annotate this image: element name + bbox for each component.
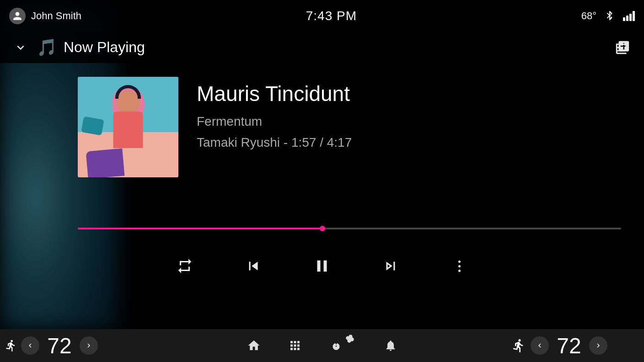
home-button[interactable]	[247, 339, 261, 352]
main-content: Mauris Tincidunt Fermentum Tamaki Ryushi…	[0, 63, 644, 218]
climate-right: 72	[511, 333, 639, 358]
user-avatar-icon	[9, 8, 26, 24]
collapse-button[interactable]	[14, 41, 27, 54]
progress-bar-fill	[78, 228, 322, 229]
status-left: John Smith	[9, 8, 81, 24]
progress-indicator	[320, 226, 325, 231]
temperature-display: 68°	[581, 10, 596, 22]
left-seat-heat-icon	[5, 339, 17, 352]
progress-bar-background[interactable]	[78, 228, 621, 229]
more-dots-icon	[458, 261, 461, 272]
nav-icons	[133, 339, 511, 352]
fan-button[interactable]	[329, 339, 357, 352]
track-title: Mauris Tincidunt	[197, 81, 352, 106]
apps-button[interactable]	[288, 339, 302, 352]
user-name-label: John Smith	[31, 10, 81, 22]
track-artist-time: Tamaki Ryushi - 1:57 / 4:17	[197, 135, 352, 150]
skip-next-button[interactable]	[379, 255, 402, 277]
album-art-image	[78, 77, 178, 177]
status-right: 68°	[581, 10, 635, 22]
decrease-left-temp-button[interactable]	[21, 336, 39, 355]
track-album: Fermentum	[197, 114, 352, 129]
bluetooth-icon	[605, 10, 615, 22]
clock: 7:43 PM	[306, 9, 357, 23]
right-seat-heat-icon	[511, 338, 526, 353]
right-temperature-display: 72	[551, 333, 587, 358]
playback-controls	[0, 248, 644, 284]
bottom-bar: 72	[0, 329, 644, 362]
increase-right-temp-button[interactable]	[589, 336, 607, 355]
album-art	[78, 77, 178, 177]
decrease-right-temp-button[interactable]	[531, 336, 549, 355]
queue-button[interactable]	[615, 40, 630, 55]
pause-button[interactable]	[311, 255, 333, 277]
more-options-button[interactable]	[448, 255, 471, 277]
track-info: Mauris Tincidunt Fermentum Tamaki Ryushi…	[197, 77, 352, 150]
repeat-button[interactable]	[173, 255, 196, 277]
increase-left-temp-button[interactable]	[80, 336, 98, 355]
climate-left: 72	[5, 333, 133, 358]
status-bar: John Smith 7:43 PM 68°	[0, 0, 644, 32]
skip-previous-button[interactable]	[242, 255, 265, 277]
signal-strength-icon	[623, 11, 635, 21]
now-playing-header: 🎵 Now Playing	[0, 32, 644, 63]
music-app-icon: 🎵	[37, 38, 57, 57]
now-playing-title: Now Playing	[64, 39, 145, 56]
progress-bar-container[interactable]	[0, 228, 644, 229]
left-temperature-display: 72	[41, 333, 78, 358]
notifications-button[interactable]	[384, 339, 397, 352]
